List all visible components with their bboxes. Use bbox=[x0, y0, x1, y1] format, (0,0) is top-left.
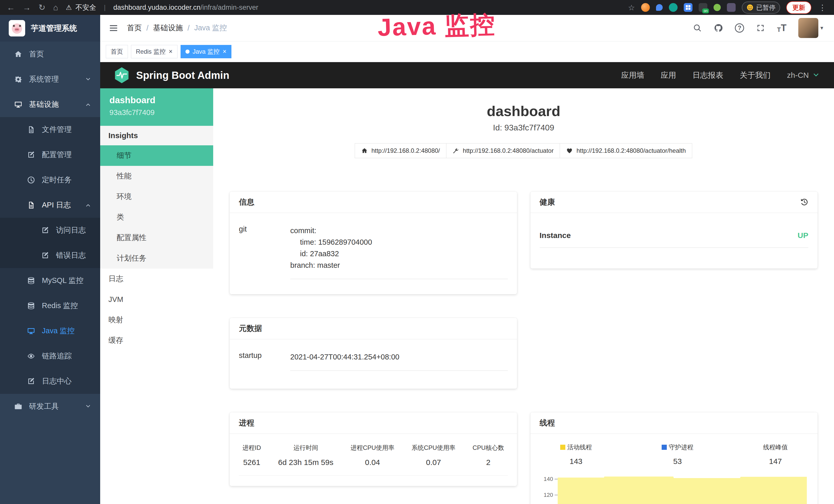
sidebar-item-java-monitor[interactable]: Java 监控 bbox=[0, 318, 100, 344]
instance-header[interactable]: dashboard 93a3fc7f7409 bbox=[100, 88, 213, 126]
service-url-link[interactable]: http://192.168.0.2:48080/ bbox=[355, 143, 446, 158]
browser-update-button[interactable]: 更新 bbox=[786, 1, 811, 14]
browser-home-icon[interactable]: ⌂ bbox=[53, 3, 58, 12]
browser-back-icon[interactable]: ← bbox=[7, 3, 15, 12]
sba-brand-title[interactable]: Spring Boot Admin bbox=[136, 70, 229, 81]
page-title: dashboard bbox=[229, 103, 817, 119]
search-icon[interactable] bbox=[693, 23, 702, 32]
stat-process-cpu: 进程CPU使用率 0.04 bbox=[351, 444, 395, 467]
url-divider: | bbox=[104, 4, 106, 12]
address-bar[interactable]: dashboard.yudao.iocoder.cn/infra/admin-s… bbox=[113, 4, 258, 12]
threads-area-chart: 140 120 100 bbox=[540, 472, 809, 504]
sidebar-item-error-logs[interactable]: 错误日志 bbox=[0, 243, 100, 268]
sba-nav-wallboard[interactable]: 应用墙 bbox=[621, 70, 644, 81]
history-icon[interactable] bbox=[799, 198, 808, 206]
sidebar-item-mysql-monitor[interactable]: MySQL 监控 bbox=[0, 268, 100, 293]
sba-item-caches[interactable]: 缓存 bbox=[100, 330, 213, 351]
paused-extension-badge[interactable]: 已暂停 bbox=[742, 2, 780, 14]
extension-icon-2[interactable] bbox=[656, 4, 663, 11]
tab-home[interactable]: 首页 bbox=[106, 45, 128, 58]
sba-item-loggers[interactable]: 日志 bbox=[100, 269, 213, 289]
sba-item-jvm[interactable]: JVM bbox=[100, 289, 213, 310]
metadata-key: startup bbox=[239, 346, 290, 371]
home-icon bbox=[14, 50, 22, 58]
breadcrumb: 首页 / 基础设施 / Java 监控 bbox=[127, 23, 227, 33]
sba-item-scheduled-tasks[interactable]: 计划任务 bbox=[100, 248, 213, 269]
help-icon[interactable]: ? bbox=[735, 23, 744, 32]
app-sidebar: 芋道管理系统 首页 系统管理 基础设施 文件管理 配置管理 bbox=[0, 15, 100, 504]
sidebar-item-label: 文件管理 bbox=[42, 124, 72, 135]
sba-nav-applications[interactable]: 应用 bbox=[661, 70, 676, 81]
stat-pid: 进程ID 5261 bbox=[242, 444, 261, 467]
tab-java-monitor[interactable]: Java 监控 × bbox=[180, 45, 232, 58]
github-icon[interactable] bbox=[714, 23, 723, 32]
smiley-icon bbox=[746, 4, 753, 11]
app-logo[interactable]: 芋道管理系统 bbox=[0, 15, 100, 42]
extension-icon-4[interactable] bbox=[684, 3, 693, 12]
extension-icon-7[interactable] bbox=[727, 3, 736, 12]
browser-menu-icon[interactable]: ⋮ bbox=[817, 3, 827, 12]
sidebar-item-redis-monitor[interactable]: Redis 监控 bbox=[0, 293, 100, 318]
health-card-title: 健康 bbox=[530, 191, 818, 213]
sidebar-item-api-logs[interactable]: API 日志 bbox=[0, 192, 100, 218]
extension-icon-1[interactable] bbox=[641, 3, 650, 12]
extension-icon-5[interactable]: on bbox=[699, 3, 707, 12]
avatar bbox=[798, 18, 818, 38]
insights-section-label: Insights bbox=[100, 126, 213, 145]
url-path: /infra/admin-server bbox=[200, 4, 258, 11]
sba-nav-about[interactable]: 关于我们 bbox=[740, 70, 771, 81]
actuator-url-link[interactable]: http://192.168.0.2:48080/actuator bbox=[446, 143, 560, 158]
extension-icon-3[interactable] bbox=[669, 3, 678, 12]
wrench-icon bbox=[453, 147, 459, 154]
sidebar-item-label: 错误日志 bbox=[56, 250, 86, 260]
browser-refresh-icon[interactable]: ↻ bbox=[39, 3, 45, 12]
sidebar-item-home[interactable]: 首页 bbox=[0, 42, 100, 67]
sidebar-item-dev-tools[interactable]: 研发工具 bbox=[0, 394, 100, 419]
extension-icon-6[interactable] bbox=[714, 4, 721, 11]
sba-item-details[interactable]: 细节 bbox=[100, 145, 213, 166]
sidebar-item-label: MySQL 监控 bbox=[42, 275, 84, 286]
close-icon[interactable]: × bbox=[223, 48, 226, 55]
fullscreen-icon[interactable] bbox=[756, 23, 765, 32]
link-label: http://192.168.0.2:48080/actuator bbox=[463, 147, 554, 154]
sidebar-item-label: 系统管理 bbox=[29, 74, 59, 85]
sba-item-classes[interactable]: 类 bbox=[100, 207, 213, 228]
breadcrumb-infrastructure[interactable]: 基础设施 bbox=[153, 23, 183, 33]
sidebar-item-config-management[interactable]: 配置管理 bbox=[0, 142, 100, 167]
document-icon bbox=[27, 201, 35, 209]
sidebar-item-tracing[interactable]: 链路追踪 bbox=[0, 344, 100, 369]
sidebar-item-label: Redis 监控 bbox=[42, 301, 78, 311]
browser-forward-icon[interactable]: → bbox=[23, 3, 31, 12]
sidebar-item-log-center[interactable]: 日志中心 bbox=[0, 369, 100, 394]
threads-card-body: 活动线程 143 守护进程 53 线程峰值 147 bbox=[530, 434, 818, 504]
chevron-down-icon bbox=[812, 71, 820, 79]
close-icon[interactable]: × bbox=[169, 48, 173, 55]
user-avatar[interactable]: ▾ bbox=[798, 18, 823, 38]
sidebar-item-file-management[interactable]: 文件管理 bbox=[0, 117, 100, 142]
sidebar-item-access-logs[interactable]: 访问日志 bbox=[0, 218, 100, 243]
document-icon bbox=[27, 377, 35, 385]
sba-nav-journal[interactable]: 日志报表 bbox=[693, 70, 723, 81]
site-security-chip[interactable]: ⚠ 不安全 bbox=[66, 3, 96, 12]
sba-item-config-props[interactable]: 配置属性 bbox=[100, 228, 213, 248]
sidebar-collapse-button[interactable] bbox=[100, 15, 127, 41]
document-icon bbox=[41, 251, 49, 259]
database-icon bbox=[27, 302, 35, 310]
sidebar-item-scheduled-jobs[interactable]: 定时任务 bbox=[0, 167, 100, 192]
metadata-value: 2021-04-27T00:44:31.254+08:00 bbox=[290, 346, 508, 371]
threads-card-title: 线程 bbox=[530, 412, 818, 434]
sba-item-mappings[interactable]: 映射 bbox=[100, 310, 213, 330]
sba-item-metrics[interactable]: 性能 bbox=[100, 166, 213, 186]
font-size-icon[interactable]: TT bbox=[777, 23, 787, 33]
sidebar-item-label: 链路追踪 bbox=[42, 351, 72, 361]
bookmark-star-icon[interactable]: ☆ bbox=[628, 3, 635, 12]
gear-icon bbox=[14, 75, 22, 84]
breadcrumb-home[interactable]: 首页 bbox=[127, 23, 142, 33]
health-instance-label: Instance bbox=[540, 231, 571, 240]
health-url-link[interactable]: http://192.168.0.2:48080/actuator/health bbox=[560, 143, 692, 158]
locale-selector[interactable]: zh-CN bbox=[787, 71, 820, 79]
sidebar-item-system[interactable]: 系统管理 bbox=[0, 67, 100, 92]
tab-redis-monitor[interactable]: Redis 监控 × bbox=[131, 45, 177, 58]
sba-item-environment[interactable]: 环境 bbox=[100, 186, 213, 207]
sidebar-item-infrastructure[interactable]: 基础设施 bbox=[0, 92, 100, 117]
